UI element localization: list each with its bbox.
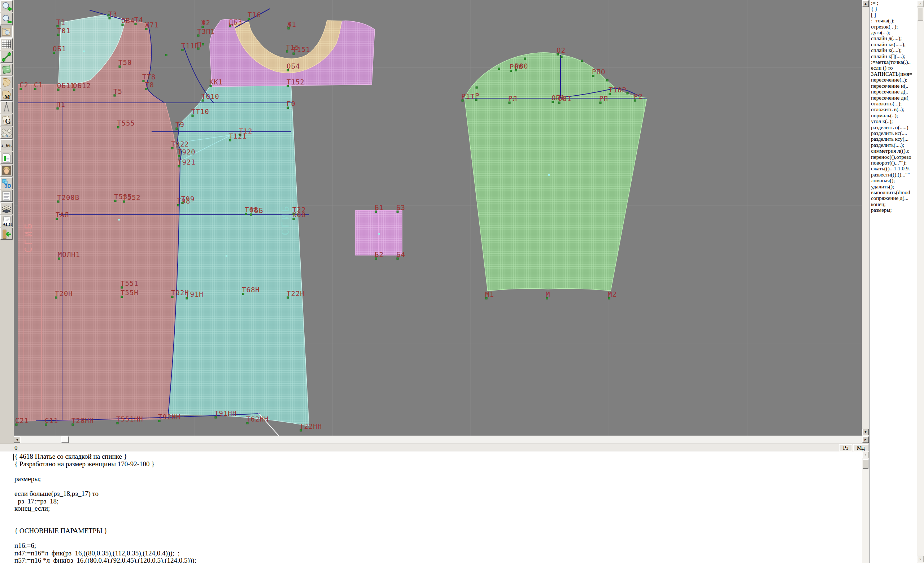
rz-button[interactable]: Рз (839, 444, 852, 451)
command-item[interactable]: сплайн д(....); (870, 35, 918, 41)
zoom-in-button[interactable] (0, 0, 13, 12)
pattern-m-button[interactable]: M (0, 89, 13, 101)
command-item[interactable]: ломаная(); (870, 178, 918, 183)
i66-button[interactable]: i_66. (0, 139, 13, 151)
point-label: Т551 (120, 279, 139, 287)
command-item[interactable]: размеры; (870, 207, 918, 213)
command-item[interactable]: разделить ксу(... (870, 136, 918, 142)
command-item[interactable]: [ ] (870, 12, 918, 18)
point-label: Т50 (118, 58, 132, 66)
three-d-button[interactable]: 3D (0, 177, 13, 189)
piece-preview-button[interactable] (0, 25, 13, 37)
point-label: ТТ10 (191, 108, 209, 115)
command-item[interactable]: разделить н(.....) (870, 124, 918, 130)
command-item[interactable]: сопряжение д(... (870, 195, 918, 201)
g-doc-button[interactable]: G (0, 114, 13, 126)
command-item[interactable]: нормаль(..); (870, 112, 918, 118)
command-item[interactable]: сплайн к(....); (870, 47, 918, 53)
command-item[interactable]: { } (870, 6, 918, 12)
list-scroll-down-icon[interactable]: ∨ (917, 556, 924, 562)
map-sheet-button[interactable] (0, 63, 13, 75)
point-label: РПО (592, 68, 605, 76)
command-item[interactable]: перенос((),отрезо (870, 154, 918, 160)
pattern-point (581, 60, 583, 62)
command-item[interactable]: сплайн к[](....); (870, 53, 918, 59)
alg-doc-button[interactable]: ALG (0, 215, 13, 227)
editor-scroll-thumb[interactable] (862, 460, 868, 469)
exit-button[interactable] (0, 228, 13, 240)
hscroll-thumb[interactable] (62, 436, 69, 443)
md-button[interactable]: Мд (853, 444, 868, 451)
editor-scroll-up-icon[interactable]: ∧ (862, 452, 869, 458)
point-label: Р2 (634, 92, 643, 100)
command-item[interactable]: отрезок( . ); (870, 24, 918, 30)
point-label: Р (475, 92, 479, 100)
command-item[interactable]: пересечение н(.. (870, 83, 918, 89)
command-item[interactable]: угол к(..); (870, 118, 918, 124)
point-label: С11 (45, 416, 58, 424)
point-label: Т555 (117, 119, 135, 127)
point-label: Т91НН (214, 409, 237, 417)
editor-scrollbar[interactable]: ∧ (862, 451, 869, 563)
size-table-button[interactable] (0, 152, 13, 164)
svg-text:7 8: 7 8 (2, 134, 8, 138)
canvas-vscrollbar[interactable]: ▲ ▼ (862, 0, 869, 436)
point-label: Б2 (375, 250, 384, 258)
point-label: Б1 (375, 204, 384, 211)
command-item[interactable]: разделить(....); (870, 142, 918, 148)
scroll-right-icon[interactable]: ► (862, 436, 869, 443)
text-doc-button[interactable] (0, 190, 13, 202)
point-label: ОБ11 (57, 82, 75, 90)
command-item[interactable]: развести((),()..."" (870, 172, 918, 178)
text-caret (14, 454, 14, 461)
command-item[interactable]: пересечение дн( (870, 95, 918, 101)
rulers-button[interactable]: 7 8 (0, 127, 13, 139)
program-text[interactable]: { 4618 Платье со складкой на спинке } { … (0, 451, 862, 563)
svg-text:ALG: ALG (3, 222, 12, 227)
point-label: Р1Т (461, 92, 475, 100)
command-item[interactable]: :=метка(точка(.).. (870, 59, 918, 65)
command-item[interactable]: сплайн кк(.....); (870, 42, 918, 47)
command-item[interactable]: пересечение(..); (870, 77, 918, 82)
list-scroll-up-icon[interactable]: ∧ (917, 0, 924, 7)
point-label: С21 (15, 416, 28, 424)
command-item[interactable]: выполнить(dmod (870, 189, 918, 195)
command-item[interactable]: отложить(...); (870, 101, 918, 106)
scroll-down-icon[interactable]: ▼ (862, 429, 869, 435)
point-label: Т91Н (186, 290, 204, 298)
command-list-scrollbar[interactable]: ∧ ∨ (917, 0, 924, 563)
pattern-canvas[interactable]: Т1Т01ОБ1Т3ОВ4Т4Ж71Т50Т11ПТТ8Т8С2С1ОБ11ОБ… (0, 0, 924, 436)
scroll-left-icon[interactable]: ◄ (14, 436, 20, 443)
command-item[interactable]: удалить(); (870, 184, 918, 189)
point-label: КК1 (209, 78, 223, 86)
command-item[interactable]: пересечение д(.. (870, 89, 918, 94)
portrait-button[interactable] (0, 165, 13, 177)
measure-button[interactable] (0, 51, 13, 63)
point-label: Т6Б (250, 207, 263, 214)
command-item[interactable]: если () то (870, 65, 918, 71)
compass-button[interactable] (0, 102, 13, 113)
point-label: Т922 (171, 140, 189, 148)
command-item[interactable]: := ; (870, 0, 918, 6)
fold-label: СГИБ (280, 204, 291, 235)
point-label: Р00 (510, 63, 523, 71)
list-scroll-thumb[interactable] (918, 8, 923, 21)
pattern-point (476, 87, 477, 88)
command-item[interactable]: симметрия л((),с (870, 148, 918, 154)
scroll-up-icon[interactable]: ▲ (862, 0, 869, 7)
grid-button[interactable] (0, 38, 13, 50)
zoom-out-button[interactable] (0, 13, 13, 25)
point-label: РП (599, 94, 608, 102)
program-editor[interactable]: { 4618 Платье со складкой на спинке } { … (0, 451, 862, 563)
command-item[interactable]: конец; (870, 201, 918, 207)
command-item[interactable]: сжать(()...1.1.0.9. (870, 166, 918, 171)
command-item[interactable]: отложить в(..); (870, 106, 918, 112)
command-item[interactable]: :=точка(.); (870, 18, 918, 24)
command-item[interactable]: дуга(...); (870, 30, 918, 35)
canvas-hscrollbar[interactable]: ◄ ► (14, 436, 869, 443)
command-item[interactable]: поворот(()...""); (870, 160, 918, 166)
command-item[interactable]: разделить кс(.... (870, 130, 918, 136)
command-item[interactable]: ЗАПИСАТЬ(имя= (870, 71, 918, 77)
books-button[interactable] (0, 202, 13, 214)
pattern-piece-button[interactable] (0, 76, 13, 88)
